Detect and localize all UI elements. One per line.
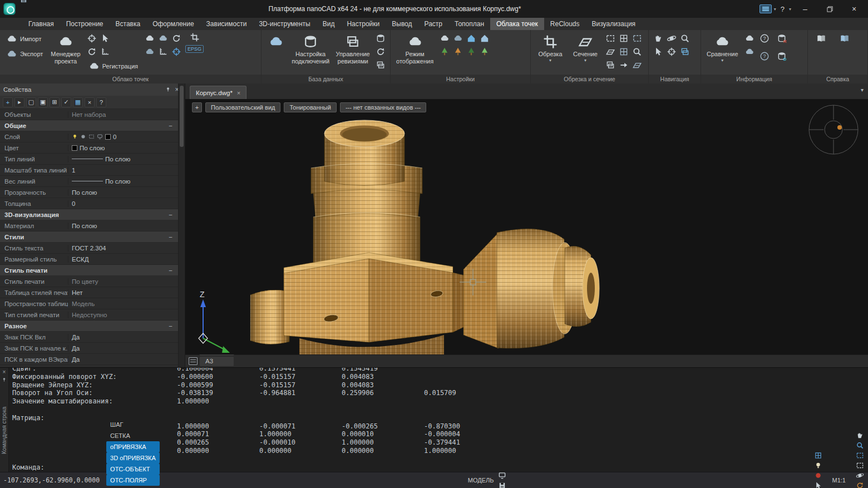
menu-tab[interactable]: Вид [317, 18, 341, 30]
section-button[interactable]: Сечение ▾ [569, 32, 601, 65]
crossing-select-icon[interactable]: ▣ [38, 97, 48, 107]
keyboard-caret-icon[interactable]: ▾ [773, 7, 777, 12]
property-row[interactable]: Толщина0 [0, 198, 178, 209]
property-row[interactable]: Масштаб типа линий1 [0, 165, 178, 176]
save-state-icon[interactable] [497, 480, 507, 488]
properties-section[interactable]: Стиль печати− [0, 265, 178, 276]
select-points-icon[interactable] [100, 33, 110, 43]
menu-tab[interactable]: Зависимости [200, 18, 253, 30]
app-logo-icon[interactable] [3, 3, 16, 15]
status-toggle-ОТС-ОБЪЕКТ[interactable]: ОТС-ОБЪЕКТ [106, 464, 160, 475]
property-row[interactable]: Слой0 [0, 131, 178, 142]
connections-button[interactable]: Настройка подключений [290, 32, 331, 66]
menu-tab[interactable]: Топоплан [448, 18, 490, 30]
property-row[interactable]: Тип стилей печатиНедоступно [0, 309, 178, 321]
property-row[interactable]: Пространство таблиц...Модель [0, 298, 178, 309]
tab-list-caret-icon[interactable]: ▾ [861, 87, 864, 93]
layer-on-icon[interactable] [72, 134, 78, 140]
properties-scrollbar[interactable] [178, 83, 185, 367]
status-toggle-ШАГ[interactable]: ШАГ [106, 419, 160, 430]
zoom-icon[interactable] [855, 440, 865, 450]
menu-tab[interactable]: Построение [60, 18, 110, 30]
isolate-objects-icon[interactable] [813, 460, 823, 470]
collapse-icon[interactable]: − [169, 122, 178, 129]
add-selection-icon[interactable]: + [3, 97, 13, 107]
pan-tool-icon[interactable] [653, 33, 663, 43]
menu-tab[interactable]: 3D-инструменты [253, 18, 316, 30]
property-value[interactable]: Модель [68, 300, 178, 307]
property-value[interactable]: Нет [68, 289, 178, 296]
document-tab[interactable]: Корпус.dwg* × [190, 86, 246, 99]
property-value[interactable]: Нет набора [68, 111, 178, 118]
layer-print-icon[interactable] [97, 134, 103, 140]
property-value[interactable]: По слою [68, 145, 178, 151]
property-row[interactable]: Размерный стильЕСКД [0, 254, 178, 265]
add-view-button[interactable]: + [192, 102, 202, 112]
command-close-icon[interactable]: × [3, 369, 6, 375]
menu-tab[interactable]: Облака точек [490, 18, 544, 30]
tab-close-icon[interactable]: × [237, 90, 240, 96]
menu-tab[interactable]: Настройки [341, 18, 386, 30]
property-value[interactable]: Да [68, 345, 178, 352]
quick-select-icon[interactable]: ✓ [61, 97, 71, 107]
tree-dark-icon[interactable] [466, 47, 476, 57]
orbit-icon[interactable] [855, 470, 865, 480]
registration-button[interactable]: Регистрация [86, 60, 141, 73]
cloud-merge-icon[interactable] [158, 33, 168, 43]
collapse-icon[interactable]: − [169, 323, 178, 329]
status-toggle-СЕТКА[interactable]: СЕТКА [106, 430, 160, 441]
tree-autumn-icon[interactable] [453, 47, 463, 57]
transform-cloud-icon[interactable] [87, 47, 97, 57]
epsg-globe-icon[interactable] [171, 47, 181, 57]
property-row[interactable]: МатериалПо слою [0, 220, 178, 231]
menu-tab[interactable]: Вывод [386, 18, 418, 30]
filter-icon[interactable]: ▦ [73, 97, 83, 107]
sync-view-icon[interactable] [855, 480, 865, 488]
layout-manager-icon[interactable] [189, 357, 198, 365]
clip-invert-icon[interactable] [632, 33, 642, 43]
section-step-icon[interactable] [619, 60, 629, 70]
view-name-button[interactable]: Пользовательский вид [205, 102, 280, 112]
record-macro-icon[interactable] [813, 470, 823, 480]
level-ruler-icon[interactable] [158, 47, 168, 57]
cloud-question-icon[interactable]: ? [760, 33, 770, 43]
properties-section[interactable]: Общие− [0, 120, 178, 131]
property-value[interactable]: ЕСКД [68, 256, 178, 263]
collapse-icon[interactable]: − [169, 234, 178, 240]
zoom-all-icon[interactable] [855, 460, 865, 470]
zoom-window-icon[interactable] [855, 450, 865, 460]
pointer-icon[interactable]: ▸ [14, 97, 24, 107]
status-toggle-ОРТО[interactable]: ОРТО [106, 486, 160, 488]
menu-tab[interactable]: Оформление [146, 18, 200, 30]
property-value[interactable]: Недоступно [68, 312, 178, 318]
property-row[interactable]: Стиль текстаГОСТ 2.304 [0, 243, 178, 254]
revisions-button[interactable]: Управление ревизиями [334, 32, 372, 66]
epsg-button[interactable]: EPSG [185, 45, 204, 53]
walk-tool-icon[interactable] [653, 47, 663, 57]
menu-tab[interactable]: Главная [22, 18, 60, 30]
db-r-icon[interactable]: R [777, 33, 787, 43]
db-d-icon[interactable]: D [777, 51, 787, 61]
export-button[interactable]: Экспорт [3, 47, 46, 61]
property-row[interactable]: Знак ПСК ВклДа [0, 332, 178, 343]
db-add-icon[interactable] [376, 33, 386, 43]
collapse-icon[interactable]: − [169, 211, 178, 218]
zoom-tool-icon[interactable] [680, 33, 690, 43]
scan-house-icon[interactable] [466, 33, 476, 43]
cloud-question-2-icon[interactable]: ? [760, 51, 770, 61]
property-value[interactable]: По слою [68, 189, 178, 196]
tree-green-icon[interactable] [440, 47, 450, 57]
help-book-2-icon[interactable] [840, 33, 850, 43]
command-pin-icon[interactable] [2, 377, 7, 383]
db-import-button[interactable] [265, 32, 287, 51]
cloud-show-icon[interactable] [440, 33, 450, 43]
selection-cycling-icon[interactable] [813, 450, 823, 460]
collapse-icon[interactable]: − [169, 267, 178, 274]
layer-freeze-icon[interactable] [80, 134, 86, 140]
orbit-tool-icon[interactable] [667, 33, 677, 43]
property-row[interactable]: ПрозрачностьПо слою [0, 187, 178, 198]
property-value[interactable]: 0 [68, 134, 178, 140]
help-book-icon[interactable] [816, 33, 826, 43]
project-manager-button[interactable]: Менеджер проекта [48, 32, 82, 66]
model-space-button[interactable]: МОДЕЛЬ [468, 477, 494, 484]
